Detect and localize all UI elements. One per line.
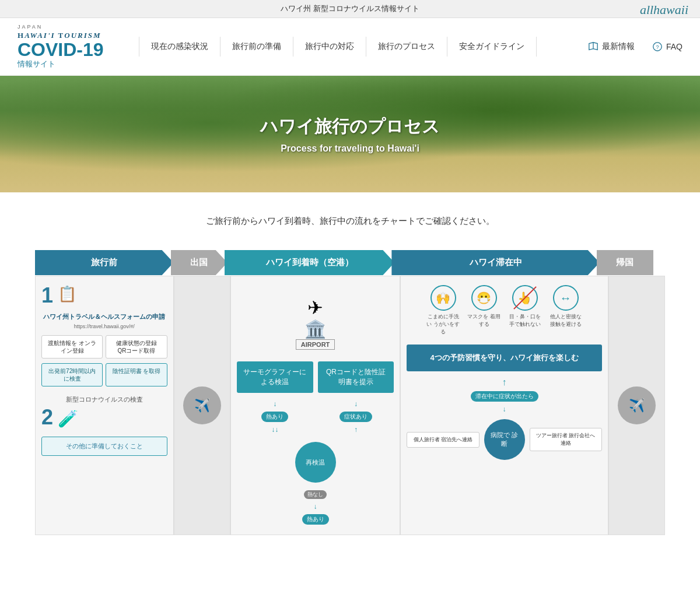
- faq-icon: ?: [652, 41, 663, 52]
- step1-test-subitems: 出発前72時間以内 に検査 陰性証明書 を取得: [41, 363, 167, 386]
- phase-content-row: 1 📋 ハワイ州トラベル＆ヘルスフォームの申請 https://travel.h…: [35, 276, 665, 535]
- dashed-arrow-3: ↓: [354, 400, 358, 408]
- tour-contact-box: ツアー旅行者 旅行会社へ連絡: [530, 428, 602, 451]
- phase-headers: 旅行前 出国 ハワイ到着時（空港） ハワイ滞在中 帰国: [35, 250, 665, 275]
- return-plane-icon: ✈️: [618, 386, 656, 424]
- logo-japan: JAPAN: [18, 24, 104, 30]
- step1-title: ハワイ州トラベル＆ヘルスフォームの申請: [41, 312, 167, 321]
- hero-content: ハワイ旅行のプロセス Process for traveling to Hawa…: [260, 115, 440, 154]
- phase-before-content: 1 📋 ハワイ州トラベル＆ヘルスフォームの申請 https://travel.h…: [35, 276, 174, 535]
- top-banner: ハワイ州 新型コロナウイルス情報サイト allhawaii: [0, 0, 700, 18]
- main-content: ご旅行前からハワイ到着時、旅行中の流れをチャートでご確認ください。 旅行前 出国…: [0, 192, 700, 547]
- step1-subitems: 渡航情報を オンライン登録 健康状態の登録 QRコード取得: [41, 335, 167, 358]
- nav-current[interactable]: 現在の感染状況: [139, 37, 220, 57]
- test-icon: 🧪: [58, 409, 78, 428]
- phase-return-label: 帰国: [616, 257, 634, 268]
- header: JAPAN HAWAI'I TOURISM COVID-19 情報サイト 現在の…: [0, 18, 700, 76]
- no-touch-icon: 👆: [512, 285, 538, 311]
- phase-depart-label: 出国: [190, 257, 208, 268]
- phase-return-header: 帰国: [597, 250, 653, 275]
- symptom-badge: 症状あり: [340, 412, 372, 422]
- heat-badge: 熱あり: [261, 412, 288, 422]
- terminal-icon: 🏛️: [304, 319, 326, 339]
- stay-icons: 🙌 こまめに手洗い うがいをする 😷 マスクを 着用する 👆 目・鼻・口を 手で…: [407, 285, 601, 336]
- hospital-box: 病院で 診断: [484, 419, 525, 460]
- step1-number: 1: [41, 285, 53, 306]
- airport-visual: ✈ 🏛️ AIRPORT: [237, 285, 394, 361]
- phase-return-content: ✈️: [608, 276, 665, 535]
- phase-arrival-content: ✈ 🏛️ AIRPORT サーモグラフィーによる検温 ↓ 熱あり: [230, 276, 401, 535]
- dashed-arrow-4: ↑: [354, 426, 358, 434]
- icon-mask: 😷 マスクを 着用する: [467, 285, 502, 336]
- arrival-thermo-col: サーモグラフィーによる検温 ↓ 熱あり ↓↓: [237, 361, 313, 436]
- svg-text:?: ?: [656, 44, 659, 50]
- logo-covid: COVID-19: [18, 40, 104, 59]
- airplane-icon: ✈: [307, 297, 323, 319]
- step2-label: 新型コロナウイルスの検査: [41, 395, 167, 404]
- personal-label: 個人旅行者 宿泊先へ連絡: [414, 437, 473, 442]
- qr-box: QRコードと陰性証明書を提示: [318, 361, 394, 393]
- hospital-label: 病院で 診断: [490, 431, 519, 448]
- hero-banner: ハワイ旅行のプロセス Process for traveling to Hawa…: [0, 76, 700, 192]
- tour-label: ツアー旅行者 旅行会社へ連絡: [536, 433, 596, 446]
- step2-section: 新型コロナウイルスの検査 2 🧪: [41, 395, 167, 431]
- thermo-box: サーモグラフィーによる検温: [237, 361, 313, 393]
- nav-process[interactable]: 旅行のプロセス: [366, 37, 447, 57]
- hero-title-ja: ハワイ旅行のプロセス: [260, 115, 440, 139]
- no-heat-badge: 熱なし: [304, 490, 327, 499]
- icon3-label: 目・鼻・口を 手で触れない: [508, 313, 542, 328]
- icon1-label: こまめに手洗い うがいをする: [426, 313, 461, 336]
- phase-arrival-header: ハワイ到着時（空港）: [225, 250, 395, 275]
- icon-handwash: 🙌 こまめに手洗い うがいをする: [426, 285, 461, 336]
- mask-icon: 😷: [471, 285, 497, 311]
- sub-box-flight: 渡航情報を オンライン登録: [41, 335, 103, 358]
- dashed-arrow-2: ↓↓: [271, 426, 278, 434]
- heat2-badge: 熱あり: [302, 514, 329, 525]
- recheck-label: 再検温: [306, 458, 325, 467]
- faq-label: FAQ: [666, 42, 682, 51]
- icon-distance: ↔️ 他人と密接な 接触を避ける: [548, 285, 583, 336]
- dashed-arrow-1: ↓: [273, 400, 276, 408]
- faq-link[interactable]: ? FAQ: [652, 41, 682, 52]
- allhawaii-logo: allhawaii: [640, 2, 688, 17]
- phase-before-label: 旅行前: [91, 257, 117, 268]
- nav-during[interactable]: 旅行中の対応: [293, 37, 366, 57]
- symptom-condition: 滞在中に症状が出たら: [471, 391, 538, 402]
- phase-stay-content: 🙌 こまめに手洗い うがいをする 😷 マスクを 着用する 👆 目・鼻・口を 手で…: [400, 276, 608, 535]
- icon4-label: 他人と密接な 接触を避ける: [548, 313, 583, 328]
- arrival-qr-col: QRコードと陰性証明書を提示 ↓ 症状あり ↑: [318, 361, 394, 436]
- stay-down-arrow: ↓: [407, 405, 601, 413]
- personal-contact-box: 個人旅行者 宿泊先へ連絡: [407, 432, 479, 448]
- hospital-row: 個人旅行者 宿泊先へ連絡 病院で 診断 ツアー旅行者 旅行会社へ連絡: [407, 419, 601, 460]
- handwash-icon: 🙌: [430, 285, 456, 311]
- icon2-label: マスクを 着用する: [467, 313, 502, 328]
- sub-box-cert: 陰性証明書 を取得: [106, 363, 167, 386]
- logo-info: 情報サイト: [18, 59, 104, 69]
- form-icon: 📋: [58, 285, 76, 303]
- other-prep-box: その他に準備しておくこと: [41, 437, 167, 456]
- step2-number: 2: [41, 407, 53, 428]
- depart-plane-icon: ✈️: [183, 386, 221, 424]
- recheck-circle: 再検温: [295, 442, 336, 483]
- phase-stay-header: ハワイ滞在中: [391, 250, 599, 275]
- phase-stay-label: ハワイ滞在中: [470, 257, 522, 268]
- nav-before[interactable]: 旅行前の準備: [220, 37, 293, 57]
- stay-up-arrow: ↑: [407, 377, 601, 388]
- arrival-flow: サーモグラフィーによる検温 ↓ 熱あり ↓↓ QRコードと陰性証明書を提示 ↓: [237, 361, 394, 436]
- news-icon: [588, 41, 598, 52]
- other-prep-label: その他に準備しておくこと: [66, 442, 143, 449]
- banner-text: ハワイ州 新型コロナウイルス情報サイト: [281, 4, 419, 13]
- airport-label: AIRPORT: [296, 339, 335, 350]
- news-link[interactable]: 最新情報: [588, 41, 635, 52]
- sub-box-qr: 健康状態の登録 QRコード取得: [106, 335, 167, 358]
- sub-box-test: 出発前72時間以内 に検査: [41, 363, 103, 386]
- hero-title-en: Process for traveling to Hawai'i: [260, 143, 440, 154]
- phase-arrival-label: ハワイ到着時（空港）: [266, 257, 354, 268]
- phase-before-header: 旅行前: [35, 250, 174, 275]
- condition-area: 滞在中に症状が出たら: [407, 390, 601, 403]
- intro-text: ご旅行前からハワイ到着時、旅行中の流れをチャートでご確認ください。: [35, 216, 665, 227]
- dashed-arrow-5: ↓: [314, 502, 317, 511]
- phase-depart-header: 出国: [171, 250, 228, 275]
- nav-safety[interactable]: 安全ガイドライン: [447, 37, 537, 57]
- news-label: 最新情報: [602, 41, 635, 52]
